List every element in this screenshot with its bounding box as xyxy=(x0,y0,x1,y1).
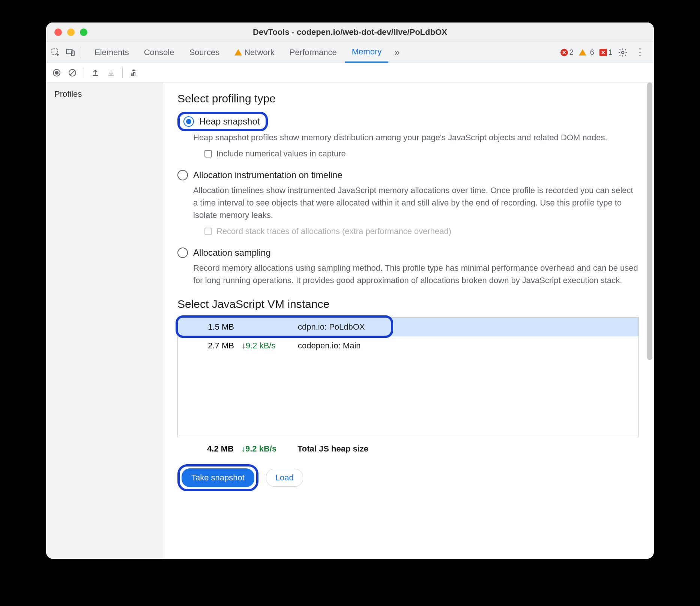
tab-elements[interactable]: Elements xyxy=(88,42,136,63)
record-icon[interactable] xyxy=(52,68,61,77)
tab-memory[interactable]: Memory xyxy=(345,42,388,63)
settings-icon[interactable] xyxy=(618,48,628,57)
option-allocation-sampling: Allocation sampling Record memory alloca… xyxy=(177,248,639,286)
warning-icon xyxy=(579,49,586,56)
error-count-badge[interactable]: ✕2 xyxy=(560,48,574,57)
download-icon[interactable] xyxy=(107,68,116,77)
vm-name: codepen.io: Main xyxy=(298,341,361,351)
option-allocation-timeline: Allocation instrumentation on timeline A… xyxy=(177,170,639,236)
sidebar-item-profiles[interactable]: Profiles xyxy=(46,84,162,104)
take-snapshot-button[interactable]: Take snapshot xyxy=(182,468,254,487)
checkbox-record-stack-traces: Record stack traces of allocations (extr… xyxy=(204,226,639,236)
option-label: Allocation instrumentation on timeline xyxy=(193,170,342,180)
vm-row[interactable]: 1.5 MB cdpn.io: PoLdbOX xyxy=(178,318,638,336)
tab-performance[interactable]: Performance xyxy=(283,42,344,63)
option-description: Record memory allocations using sampling… xyxy=(193,262,639,286)
vm-row[interactable]: 2.7 MB ↓9.2 kB/s codepen.io: Main xyxy=(178,336,638,355)
vm-instance-table: 1.5 MB cdpn.io: PoLdbOX 2.7 MB ↓9.2 kB/s… xyxy=(177,317,639,437)
devtools-tabstrip: Elements Console Sources Network Perform… xyxy=(46,42,654,63)
issue-count-badge[interactable]: ✕1 xyxy=(599,48,613,57)
vm-instance-heading: Select JavaScript VM instance xyxy=(177,298,639,310)
inspect-icon[interactable] xyxy=(51,48,60,57)
option-description: Allocation timelines show instrumented J… xyxy=(193,184,639,221)
option-description: Heap snapshot profiles show memory distr… xyxy=(193,131,639,144)
svg-line-7 xyxy=(70,70,75,75)
close-window-button[interactable] xyxy=(54,28,62,36)
maximize-window-button[interactable] xyxy=(80,28,87,36)
vm-name: cdpn.io: PoLdbOX xyxy=(298,322,365,332)
upload-icon[interactable] xyxy=(91,68,100,77)
window-title: DevTools - codepen.io/web-dot-dev/live/P… xyxy=(46,27,654,37)
minimize-window-button[interactable] xyxy=(67,28,75,36)
gc-icon[interactable] xyxy=(129,68,138,77)
option-heap-snapshot: Heap snapshot Heap snapshot profiles sho… xyxy=(177,112,639,159)
more-tabs-button[interactable]: » xyxy=(390,46,404,58)
radio-allocation-sampling[interactable] xyxy=(177,248,188,258)
profiling-type-heading: Select profiling type xyxy=(177,92,639,105)
vm-size: 1.5 MB xyxy=(189,322,242,332)
total-size: 4.2 MB xyxy=(189,444,241,454)
memory-panel-content: Select profiling type Heap snapshot Heap… xyxy=(162,82,654,559)
vm-size: 2.7 MB xyxy=(189,341,242,351)
svg-point-3 xyxy=(622,51,624,54)
warning-icon xyxy=(234,49,242,56)
tab-network[interactable]: Network xyxy=(228,42,281,63)
clear-icon[interactable] xyxy=(68,68,77,77)
vm-totals-row: 4.2 MB ↓9.2 kB/s Total JS heap size xyxy=(177,440,639,458)
tab-console[interactable]: Console xyxy=(137,42,181,63)
radio-heap-snapshot[interactable] xyxy=(183,116,194,127)
profiles-sidebar: Profiles xyxy=(46,82,162,559)
kebab-menu-icon[interactable]: ⋮ xyxy=(633,46,647,58)
window-titlebar: DevTools - codepen.io/web-dot-dev/live/P… xyxy=(46,22,654,42)
total-rate: ↓9.2 kB/s xyxy=(241,444,297,454)
scrollbar[interactable] xyxy=(647,82,653,559)
devtools-window: DevTools - codepen.io/web-dot-dev/live/P… xyxy=(46,22,654,559)
tab-sources[interactable]: Sources xyxy=(182,42,226,63)
memory-toolbar xyxy=(46,63,654,82)
load-button[interactable]: Load xyxy=(266,469,303,487)
device-toggle-icon[interactable] xyxy=(66,48,75,57)
checkbox-include-numerical[interactable]: Include numerical values in capture xyxy=(204,149,639,159)
option-label: Allocation sampling xyxy=(193,248,271,258)
option-label: Heap snapshot xyxy=(199,116,260,127)
highlight-annotation: Take snapshot xyxy=(177,464,258,491)
total-label: Total JS heap size xyxy=(297,444,368,454)
vm-rate: ↓9.2 kB/s xyxy=(242,341,298,351)
radio-allocation-timeline[interactable] xyxy=(177,170,188,180)
warning-count-badge[interactable]: 6 xyxy=(579,48,594,57)
svg-point-5 xyxy=(55,71,58,74)
traffic-lights xyxy=(46,28,87,36)
